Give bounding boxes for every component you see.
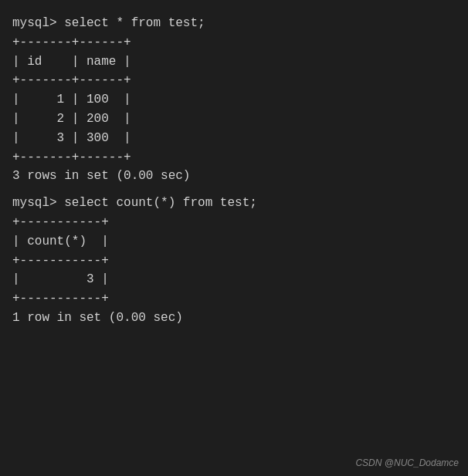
watermark: CSDN @NUC_Dodamce	[355, 457, 459, 468]
block1-line: +-------+------+	[12, 33, 456, 52]
block1-command: mysql> select * from test;	[12, 14, 456, 33]
block2-line: | count(*) |	[12, 232, 456, 252]
block1-line: +-------+------+	[12, 148, 456, 167]
block2-line: +-----------+	[12, 213, 456, 232]
block2-line: | 3 |	[12, 270, 456, 289]
block1-line: | 1 | 100 |	[12, 90, 456, 110]
block1-line: | id | name |	[12, 52, 456, 72]
terminal-container: mysql> select * from test; +-------+----…	[12, 14, 456, 328]
block2: mysql> select count(*) from test; +-----…	[12, 194, 456, 328]
block1-lines: +-------+------+| id | name |+-------+--…	[12, 33, 456, 186]
block2-line: +-----------+	[12, 289, 456, 309]
block1-line: | 3 | 300 |	[12, 129, 456, 148]
block1: mysql> select * from test; +-------+----…	[12, 14, 456, 186]
block1-line: | 2 | 200 |	[12, 110, 456, 129]
block1-line: 3 rows in set (0.00 sec)	[12, 167, 456, 186]
block2-line: +-----------+	[12, 252, 456, 271]
block1-line: +-------+------+	[12, 71, 456, 90]
block2-command: mysql> select count(*) from test;	[12, 194, 456, 213]
block2-line: 1 row in set (0.00 sec)	[12, 309, 456, 328]
block2-lines: +-----------+| count(*) |+-----------+| …	[12, 213, 456, 328]
